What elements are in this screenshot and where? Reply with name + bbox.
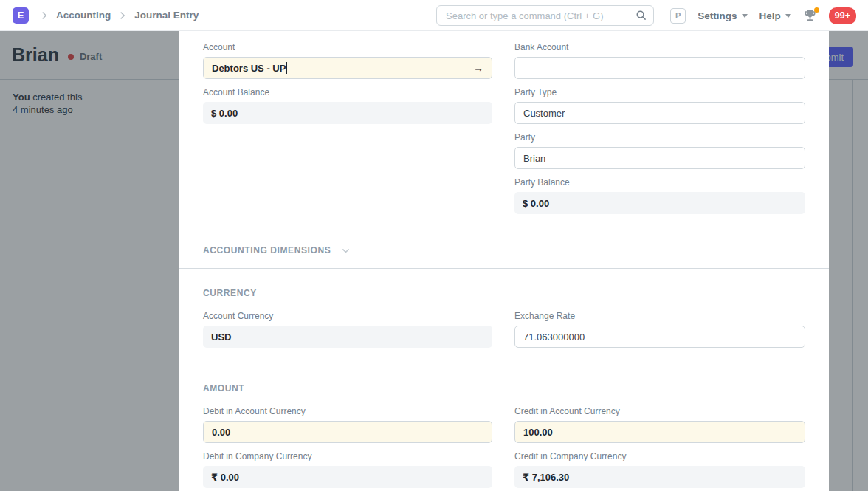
party-label: Party (514, 132, 805, 143)
global-search (436, 5, 654, 26)
user-avatar[interactable]: P (670, 8, 686, 24)
field-party-balance: Party Balance $ 0.00 (514, 177, 805, 214)
caret-down-icon (785, 14, 791, 18)
amount-section-title: AMOUNT (203, 383, 806, 394)
party-balance-label: Party Balance (514, 177, 805, 188)
debit-account-currency-input[interactable] (203, 421, 492, 443)
section-divider (179, 268, 829, 269)
accounting-dimensions-section-toggle[interactable]: ACCOUNTING DIMENSIONS (203, 230, 806, 268)
debit-account-currency-label: Debit in Account Currency (203, 406, 492, 416)
navbar-right-cluster: P Settings Help 99+ (670, 0, 856, 31)
field-credit-account-currency: Credit in Account Currency (514, 406, 805, 443)
app-logo[interactable]: E (13, 7, 29, 24)
field-debit-account-currency: Debit in Account Currency (203, 406, 492, 443)
field-account-balance: Account Balance $ 0.00 (203, 87, 492, 124)
field-account: Account Debtors US - UP → (203, 42, 492, 79)
chevron-right-icon (117, 10, 128, 21)
debit-company-currency-value: ₹ 0.00 (203, 466, 492, 488)
bank-account-label: Bank Account (514, 42, 805, 52)
field-debit-company-currency: Debit in Company Currency ₹ 0.00 (203, 451, 492, 488)
exchange-rate-label: Exchange Rate (514, 311, 805, 321)
field-party-type: Party Type (514, 87, 805, 124)
field-bank-account: Bank Account (514, 42, 805, 79)
bank-account-input[interactable] (514, 57, 805, 79)
field-account-currency: Account Currency USD (203, 311, 492, 348)
currency-section-title: CURRENCY (203, 288, 806, 298)
notifications-badge[interactable]: 99+ (829, 7, 856, 24)
caret-down-icon (742, 14, 748, 18)
credit-company-currency-label: Credit in Company Currency (514, 451, 805, 461)
achievements-button[interactable] (803, 9, 817, 23)
text-cursor (286, 62, 287, 74)
settings-menu[interactable]: Settings (698, 10, 747, 21)
credit-company-currency-value: ₹ 7,106.30 (514, 466, 805, 488)
help-label: Help (760, 10, 781, 21)
accounting-dimensions-title: ACCOUNTING DIMENSIONS (203, 245, 331, 255)
party-type-input[interactable] (514, 102, 805, 124)
help-menu[interactable]: Help (760, 10, 791, 21)
field-party: Party (514, 132, 805, 169)
search-icon (636, 10, 647, 24)
settings-label: Settings (698, 10, 737, 21)
party-type-label: Party Type (514, 87, 805, 97)
account-balance-label: Account Balance (203, 87, 492, 97)
party-balance-value: $ 0.00 (514, 192, 805, 214)
credit-account-currency-label: Credit in Account Currency (514, 406, 805, 416)
search-input[interactable] (436, 5, 654, 26)
account-balance-value: $ 0.00 (203, 102, 492, 124)
party-input[interactable] (514, 147, 805, 169)
follow-link-arrow-icon[interactable]: → (473, 62, 483, 74)
account-input[interactable]: Debtors US - UP → (203, 57, 492, 79)
field-credit-company-currency: Credit in Company Currency ₹ 7,106.30 (514, 451, 805, 488)
credit-account-currency-input[interactable] (514, 421, 805, 443)
account-value: Debtors US - UP (212, 63, 286, 74)
journal-entry-row-dialog: Account Debtors US - UP → Account Balanc… (179, 31, 829, 491)
debit-company-currency-label: Debit in Company Currency (203, 451, 492, 461)
navbar: E Accounting Journal Entry P Settings He… (0, 0, 868, 31)
account-currency-value: USD (203, 326, 492, 348)
account-currency-label: Account Currency (203, 311, 492, 321)
account-label: Account (203, 42, 492, 52)
breadcrumb-journal-entry[interactable]: Journal Entry (134, 10, 199, 21)
breadcrumb-accounting[interactable]: Accounting (56, 10, 111, 21)
section-divider (179, 363, 829, 363)
chevron-right-icon (39, 10, 49, 21)
field-exchange-rate: Exchange Rate (514, 311, 805, 348)
notification-dot (814, 7, 819, 13)
chevron-down-icon (341, 246, 351, 255)
exchange-rate-input[interactable] (514, 326, 805, 348)
